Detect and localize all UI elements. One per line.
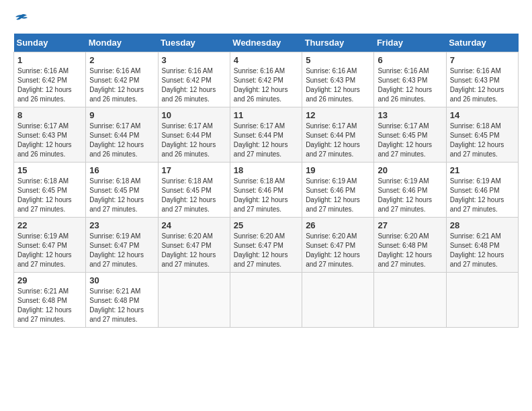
calendar-cell: 22Sunrise: 6:19 AM Sunset: 6:47 PM Dayli…	[14, 218, 86, 273]
day-info: Sunrise: 6:17 AM Sunset: 6:44 PM Dayligh…	[162, 122, 226, 159]
calendar-cell: 8Sunrise: 6:17 AM Sunset: 6:43 PM Daylig…	[14, 107, 86, 163]
day-info: Sunrise: 6:16 AM Sunset: 6:42 PM Dayligh…	[162, 66, 226, 104]
day-info: Sunrise: 6:16 AM Sunset: 6:42 PM Dayligh…	[234, 66, 298, 104]
day-info: Sunrise: 6:21 AM Sunset: 6:48 PM Dayligh…	[450, 232, 515, 269]
day-number: 23	[89, 220, 154, 230]
calendar-cell: 27Sunrise: 6:20 AM Sunset: 6:48 PM Dayli…	[374, 218, 446, 273]
calendar-cell: 11Sunrise: 6:17 AM Sunset: 6:44 PM Dayli…	[230, 107, 302, 163]
day-info: Sunrise: 6:19 AM Sunset: 6:46 PM Dayligh…	[450, 177, 515, 214]
calendar-cell: 15Sunrise: 6:18 AM Sunset: 6:45 PM Dayli…	[14, 163, 86, 218]
day-number: 9	[89, 110, 154, 120]
calendar-cell: 28Sunrise: 6:21 AM Sunset: 6:48 PM Dayli…	[446, 218, 518, 273]
day-number: 26	[306, 220, 370, 230]
calendar-cell: 18Sunrise: 6:18 AM Sunset: 6:46 PM Dayli…	[230, 163, 302, 218]
day-number: 11	[234, 110, 298, 120]
calendar-cell: 25Sunrise: 6:20 AM Sunset: 6:47 PM Dayli…	[230, 218, 302, 273]
bird-icon	[15, 13, 28, 27]
weekday-header-tuesday: Tuesday	[158, 34, 230, 52]
day-info: Sunrise: 6:18 AM Sunset: 6:45 PM Dayligh…	[89, 177, 154, 214]
page-header	[13, 13, 519, 27]
day-number: 30	[89, 275, 154, 285]
day-info: Sunrise: 6:18 AM Sunset: 6:45 PM Dayligh…	[450, 122, 515, 159]
day-number: 24	[162, 220, 226, 230]
day-info: Sunrise: 6:17 AM Sunset: 6:45 PM Dayligh…	[378, 122, 442, 159]
day-info: Sunrise: 6:17 AM Sunset: 6:44 PM Dayligh…	[306, 122, 370, 159]
day-number: 20	[378, 165, 442, 175]
day-info: Sunrise: 6:19 AM Sunset: 6:46 PM Dayligh…	[306, 177, 370, 214]
day-info: Sunrise: 6:19 AM Sunset: 6:46 PM Dayligh…	[378, 177, 442, 214]
calendar-cell: 14Sunrise: 6:18 AM Sunset: 6:45 PM Dayli…	[446, 107, 518, 163]
day-number: 28	[450, 220, 515, 230]
calendar-cell: 26Sunrise: 6:20 AM Sunset: 6:47 PM Dayli…	[302, 218, 374, 273]
day-info: Sunrise: 6:17 AM Sunset: 6:44 PM Dayligh…	[89, 122, 154, 159]
day-number: 29	[17, 275, 82, 285]
day-info: Sunrise: 6:17 AM Sunset: 6:43 PM Dayligh…	[17, 122, 82, 159]
calendar-cell: 23Sunrise: 6:19 AM Sunset: 6:47 PM Dayli…	[86, 218, 158, 273]
day-number: 16	[89, 165, 154, 175]
day-info: Sunrise: 6:20 AM Sunset: 6:47 PM Dayligh…	[234, 232, 298, 269]
logo	[13, 13, 28, 27]
day-number: 10	[162, 110, 226, 120]
calendar-cell: 17Sunrise: 6:18 AM Sunset: 6:45 PM Dayli…	[158, 163, 230, 218]
calendar-cell: 30Sunrise: 6:21 AM Sunset: 6:48 PM Dayli…	[86, 273, 158, 328]
day-number: 5	[306, 55, 370, 65]
day-number: 18	[234, 165, 298, 175]
day-number: 27	[378, 220, 442, 230]
weekday-header-friday: Friday	[374, 34, 446, 52]
day-info: Sunrise: 6:16 AM Sunset: 6:43 PM Dayligh…	[306, 66, 370, 104]
day-info: Sunrise: 6:16 AM Sunset: 6:42 PM Dayligh…	[17, 66, 82, 104]
calendar-cell: 1Sunrise: 6:16 AM Sunset: 6:42 PM Daylig…	[14, 52, 86, 107]
day-info: Sunrise: 6:16 AM Sunset: 6:43 PM Dayligh…	[450, 66, 515, 104]
weekday-header-thursday: Thursday	[302, 34, 374, 52]
day-info: Sunrise: 6:16 AM Sunset: 6:42 PM Dayligh…	[89, 66, 154, 104]
day-number: 14	[450, 110, 515, 120]
day-info: Sunrise: 6:18 AM Sunset: 6:45 PM Dayligh…	[17, 177, 82, 214]
calendar-cell: 29Sunrise: 6:21 AM Sunset: 6:48 PM Dayli…	[14, 273, 86, 328]
day-number: 12	[306, 110, 370, 120]
weekday-header-monday: Monday	[86, 34, 158, 52]
weekday-header-sunday: Sunday	[14, 34, 86, 52]
day-number: 15	[17, 165, 82, 175]
calendar-cell: 10Sunrise: 6:17 AM Sunset: 6:44 PM Dayli…	[158, 107, 230, 163]
calendar-cell	[302, 273, 374, 328]
day-number: 1	[17, 55, 82, 65]
day-info: Sunrise: 6:19 AM Sunset: 6:47 PM Dayligh…	[89, 232, 154, 269]
day-number: 4	[234, 55, 298, 65]
day-number: 17	[162, 165, 226, 175]
calendar-cell	[374, 273, 446, 328]
day-info: Sunrise: 6:19 AM Sunset: 6:47 PM Dayligh…	[17, 232, 82, 269]
weekday-header-wednesday: Wednesday	[230, 34, 302, 52]
calendar-cell	[158, 273, 230, 328]
calendar-cell: 12Sunrise: 6:17 AM Sunset: 6:44 PM Dayli…	[302, 107, 374, 163]
calendar-cell: 20Sunrise: 6:19 AM Sunset: 6:46 PM Dayli…	[374, 163, 446, 218]
calendar-cell	[446, 273, 518, 328]
day-info: Sunrise: 6:17 AM Sunset: 6:44 PM Dayligh…	[234, 122, 298, 159]
day-info: Sunrise: 6:21 AM Sunset: 6:48 PM Dayligh…	[89, 287, 154, 324]
day-info: Sunrise: 6:20 AM Sunset: 6:48 PM Dayligh…	[378, 232, 442, 269]
day-number: 22	[17, 220, 82, 230]
day-info: Sunrise: 6:18 AM Sunset: 6:45 PM Dayligh…	[162, 177, 226, 214]
calendar-cell: 7Sunrise: 6:16 AM Sunset: 6:43 PM Daylig…	[446, 52, 518, 107]
calendar-cell: 9Sunrise: 6:17 AM Sunset: 6:44 PM Daylig…	[86, 107, 158, 163]
calendar-cell: 13Sunrise: 6:17 AM Sunset: 6:45 PM Dayli…	[374, 107, 446, 163]
day-number: 3	[162, 55, 226, 65]
calendar-cell: 4Sunrise: 6:16 AM Sunset: 6:42 PM Daylig…	[230, 52, 302, 107]
day-info: Sunrise: 6:16 AM Sunset: 6:43 PM Dayligh…	[378, 66, 442, 104]
calendar-cell: 21Sunrise: 6:19 AM Sunset: 6:46 PM Dayli…	[446, 163, 518, 218]
day-number: 6	[378, 55, 442, 65]
day-info: Sunrise: 6:20 AM Sunset: 6:47 PM Dayligh…	[162, 232, 226, 269]
day-number: 8	[17, 110, 82, 120]
day-number: 21	[450, 165, 515, 175]
weekday-header-saturday: Saturday	[446, 34, 518, 52]
calendar-cell: 16Sunrise: 6:18 AM Sunset: 6:45 PM Dayli…	[86, 163, 158, 218]
day-number: 13	[378, 110, 442, 120]
day-info: Sunrise: 6:21 AM Sunset: 6:48 PM Dayligh…	[17, 287, 82, 324]
calendar-cell	[230, 273, 302, 328]
calendar-cell: 2Sunrise: 6:16 AM Sunset: 6:42 PM Daylig…	[86, 52, 158, 107]
calendar-cell: 24Sunrise: 6:20 AM Sunset: 6:47 PM Dayli…	[158, 218, 230, 273]
calendar-table: SundayMondayTuesdayWednesdayThursdayFrid…	[13, 34, 519, 328]
calendar-cell: 6Sunrise: 6:16 AM Sunset: 6:43 PM Daylig…	[374, 52, 446, 107]
day-info: Sunrise: 6:20 AM Sunset: 6:47 PM Dayligh…	[306, 232, 370, 269]
day-number: 19	[306, 165, 370, 175]
day-number: 7	[450, 55, 515, 65]
